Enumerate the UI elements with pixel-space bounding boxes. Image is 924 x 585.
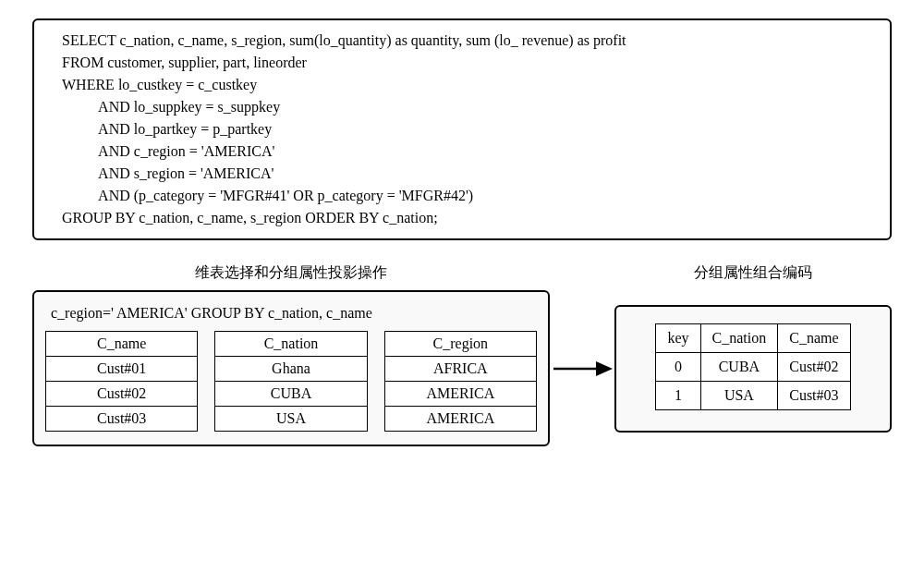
- arrow-box: [550, 355, 614, 383]
- cell: Cust#03: [778, 381, 850, 409]
- right-panel-title: 分组属性组合编码: [614, 263, 892, 283]
- sql-line: AND s_region = 'AMERICA': [62, 163, 862, 185]
- col-header: C_nation: [215, 332, 367, 357]
- c-name-table: C_name Cust#01 Cust#02 Cust#03: [45, 331, 198, 432]
- sql-line: GROUP BY c_nation, c_name, s_region ORDE…: [62, 207, 862, 229]
- dim-projection-panel: c_region=' AMERICA' GROUP BY c_nation, c…: [32, 290, 550, 446]
- panel-labels-row: 维表选择和分组属性投影操作 分组属性组合编码: [32, 263, 892, 283]
- c-region-table: C_region AFRICA AMERICA AMERICA: [384, 331, 537, 432]
- left-panel-title: 维表选择和分组属性投影操作: [32, 263, 550, 283]
- sql-query-box: SELECT c_nation, c_name, s_region, sum(l…: [32, 18, 892, 240]
- cell: Ghana: [215, 357, 367, 382]
- cell: CUBA: [700, 352, 778, 381]
- col-header: C_nation: [700, 323, 778, 352]
- cell: Cust#02: [778, 352, 850, 381]
- cell: Cust#03: [46, 407, 198, 432]
- mini-tables-row: C_name Cust#01 Cust#02 Cust#03 C_nation …: [45, 331, 537, 432]
- diagram-row: c_region=' AMERICA' GROUP BY c_nation, c…: [32, 290, 892, 446]
- col-header: C_region: [384, 332, 536, 357]
- cell: Cust#01: [46, 357, 198, 382]
- cell: USA: [215, 407, 367, 432]
- key-encoding-table: key C_nation C_name 0 CUBA Cust#02 1 USA…: [655, 323, 850, 410]
- sql-line: AND lo_partkey = p_partkey: [62, 118, 862, 140]
- cell: Cust#02: [46, 382, 198, 407]
- cell: AMERICA: [384, 382, 536, 407]
- sql-line: AND c_region = 'AMERICA': [62, 140, 862, 163]
- group-encoding-panel: key C_nation C_name 0 CUBA Cust#02 1 USA…: [614, 305, 892, 433]
- sql-line: FROM customer, supplier, part, lineorder: [62, 52, 862, 74]
- cell: 0: [656, 352, 700, 381]
- cell: AMERICA: [384, 407, 536, 432]
- cell: CUBA: [215, 382, 367, 407]
- col-header: key: [656, 323, 700, 352]
- cell: AFRICA: [384, 357, 536, 382]
- sql-line: SELECT c_nation, c_name, s_region, sum(l…: [62, 30, 862, 52]
- col-header: C_name: [46, 332, 198, 357]
- left-panel-header: c_region=' AMERICA' GROUP BY c_nation, c…: [51, 305, 531, 322]
- cell: USA: [700, 381, 778, 409]
- col-header: C_name: [778, 323, 850, 352]
- c-nation-table: C_nation Ghana CUBA USA: [214, 331, 367, 432]
- sql-line: WHERE lo_custkey = c_custkey: [62, 74, 862, 96]
- cell: 1: [656, 381, 700, 409]
- arrow-right-icon: [550, 355, 614, 383]
- svg-marker-1: [596, 361, 613, 376]
- sql-line: AND (p_category = 'MFGR#41' OR p_categor…: [62, 185, 862, 207]
- sql-line: AND lo_suppkey = s_suppkey: [62, 96, 862, 118]
